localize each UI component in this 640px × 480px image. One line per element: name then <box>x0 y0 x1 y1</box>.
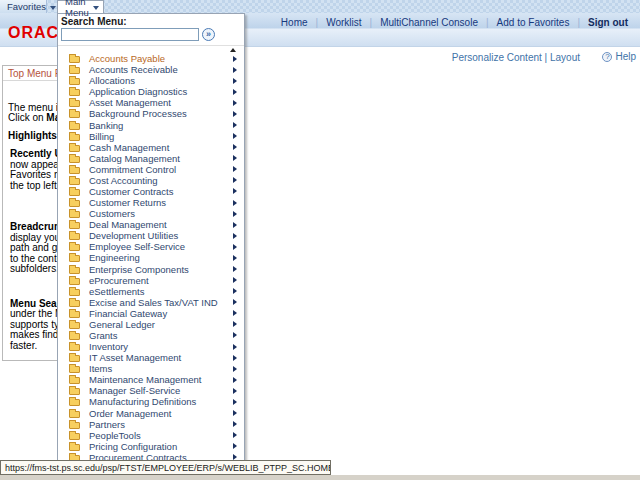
menu-item[interactable]: Deal Management <box>58 219 244 230</box>
menu-item[interactable]: Manager Self-Service <box>58 385 244 396</box>
menu-item[interactable]: Customer Contracts <box>58 186 244 197</box>
folder-icon <box>69 178 80 185</box>
menu-item[interactable]: Customer Returns <box>58 197 244 208</box>
nav-multichannel-console-link[interactable]: MultiChannel Console <box>380 17 496 28</box>
menu-item-label: Asset Management <box>89 97 171 108</box>
menu-item-label: eProcurement <box>89 275 149 286</box>
folder-icon <box>69 78 80 85</box>
submenu-arrow-icon <box>233 377 237 383</box>
menu-item[interactable]: PeopleTools <box>58 430 244 441</box>
submenu-arrow-icon <box>233 399 237 405</box>
menu-item-label: PeopleTools <box>89 430 141 441</box>
menu-item[interactable]: Employee Self-Service <box>58 241 244 252</box>
status-url: https://fms-tst.ps.sc.edu/psp/FTST/EMPLO… <box>5 463 331 473</box>
menu-item[interactable]: Maintenance Management <box>58 374 244 385</box>
menu-item[interactable]: Partners <box>58 419 244 430</box>
menu-item[interactable]: Grants <box>58 330 244 341</box>
menu-item[interactable]: Billing <box>58 131 244 142</box>
submenu-arrow-icon <box>233 366 237 372</box>
menu-item[interactable]: Commitment Control <box>58 164 244 175</box>
submenu-arrow-icon <box>233 122 237 128</box>
folder-icon <box>69 189 80 196</box>
menu-item[interactable]: Allocations <box>58 75 244 86</box>
menu-item-label: Enterprise Components <box>89 264 189 275</box>
menu-item-label: Accounts Payable <box>89 53 165 64</box>
sign-out-link[interactable]: Sign out <box>588 17 628 28</box>
submenu-arrow-icon <box>233 133 237 139</box>
menu-item[interactable]: Background Processes <box>58 108 244 119</box>
menu-item[interactable]: Accounts Payable <box>58 53 244 64</box>
folder-icon <box>69 433 80 440</box>
menu-item[interactable]: Order Management <box>58 408 244 419</box>
menu-item[interactable]: eSettlements <box>58 286 244 297</box>
menu-item[interactable]: Application Diagnostics <box>58 86 244 97</box>
search-submit-button[interactable]: » <box>202 28 215 41</box>
menu-item[interactable]: Inventory <box>58 341 244 352</box>
menu-item[interactable]: Development Utilities <box>58 230 244 241</box>
folder-icon <box>69 377 80 384</box>
menu-item[interactable]: Enterprise Components <box>58 263 244 274</box>
menu-item-label: Banking <box>89 120 123 131</box>
menu-scroll-up[interactable] <box>58 46 244 53</box>
menu-item-label: Grants <box>89 330 118 341</box>
menu-item[interactable]: Pricing Configuration <box>58 441 244 452</box>
nav-add-to-favorites-link[interactable]: Add to Favorites <box>497 17 588 28</box>
menu-item[interactable]: Accounts Receivable <box>58 64 244 75</box>
personalize-content-link[interactable]: Content <box>507 52 542 63</box>
menu-item-label: Pricing Configuration <box>89 441 177 452</box>
folder-icon <box>69 344 80 351</box>
nav-home-link[interactable]: Home <box>281 17 326 28</box>
menu-item[interactable]: Catalog Management <box>58 153 244 164</box>
chevron-down-icon <box>93 6 99 10</box>
menu-item[interactable]: Financial Gateway <box>58 308 244 319</box>
favorites-tab-label: Favorites <box>7 1 46 12</box>
menu-item[interactable]: Excise and Sales Tax/VAT IND <box>58 297 244 308</box>
submenu-arrow-icon <box>233 211 237 217</box>
folder-icon <box>69 388 80 395</box>
nav-worklist-link[interactable]: Worklist <box>326 17 380 28</box>
submenu-arrow-icon <box>233 421 237 427</box>
menu-item[interactable]: Items <box>58 363 244 374</box>
submenu-arrow-icon <box>233 321 237 327</box>
header-nav: Home Worklist MultiChannel Console Add t… <box>281 17 628 28</box>
folder-icon <box>69 333 80 340</box>
menu-item[interactable]: Cash Management <box>58 142 244 153</box>
folder-icon <box>69 222 80 229</box>
submenu-arrow-icon <box>233 100 237 106</box>
menu-item-label: Application Diagnostics <box>89 86 187 97</box>
folder-icon <box>69 278 80 285</box>
menu-item[interactable]: IT Asset Management <box>58 352 244 363</box>
menu-item[interactable]: Engineering <box>58 252 244 263</box>
personalize-layout-link[interactable]: Layout <box>550 52 580 63</box>
submenu-arrow-icon <box>233 410 237 416</box>
personalize-label: Personalize <box>452 52 504 63</box>
folder-icon <box>69 322 80 329</box>
folder-icon <box>69 255 80 262</box>
folder-icon <box>69 411 80 418</box>
search-input[interactable] <box>61 28 199 41</box>
submenu-arrow-icon <box>233 277 237 283</box>
folder-icon <box>69 355 80 362</box>
main-menu-tab[interactable]: Main Menu <box>57 0 104 13</box>
submenu-arrow-icon <box>233 222 237 228</box>
folder-icon <box>69 123 80 130</box>
menu-item[interactable]: Customers <box>58 208 244 219</box>
menu-item-label: Inventory <box>89 341 128 352</box>
submenu-arrow-icon <box>233 388 237 394</box>
menu-item[interactable]: eProcurement <box>58 275 244 286</box>
submenu-arrow-icon <box>233 299 237 305</box>
submenu-arrow-icon <box>233 89 237 95</box>
submenu-arrow-icon <box>233 144 237 150</box>
menu-item[interactable]: Asset Management <box>58 97 244 108</box>
menu-item[interactable]: General Ledger <box>58 319 244 330</box>
status-url-tooltip: https://fms-tst.ps.sc.edu/psp/FTST/EMPLO… <box>0 460 331 475</box>
help-link[interactable]: ? Help <box>602 51 636 62</box>
menu-item-label: Billing <box>89 131 114 142</box>
favorites-tab[interactable]: Favorites <box>0 0 47 13</box>
menu-item-label: Commitment Control <box>89 164 176 175</box>
menu-item[interactable]: Banking <box>58 119 244 130</box>
menu-item[interactable]: Manufacturing Definitions <box>58 396 244 407</box>
submenu-arrow-icon <box>233 443 237 449</box>
menu-item[interactable]: Cost Accounting <box>58 175 244 186</box>
menu-item-label: Customers <box>89 208 135 219</box>
